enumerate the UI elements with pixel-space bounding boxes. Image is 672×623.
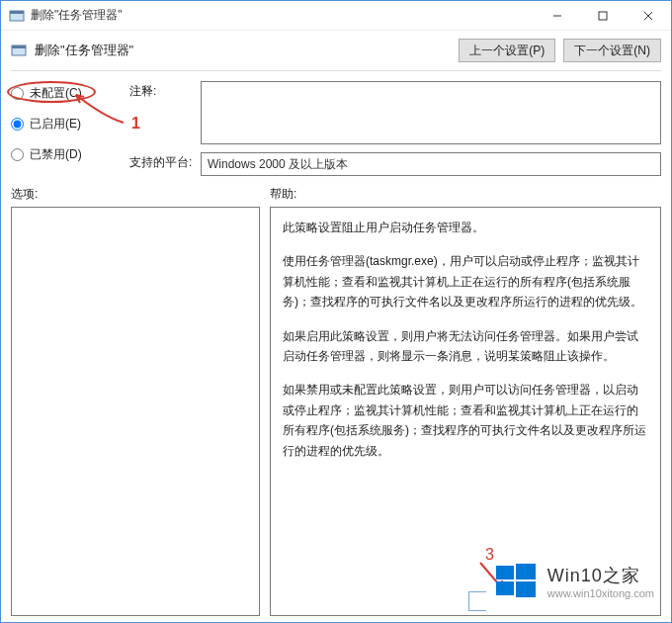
app-icon (9, 8, 25, 24)
help-column: 帮助: 此策略设置阻止用户启动任务管理器。 使用任务管理器(taskmgr.ex… (270, 186, 661, 616)
options-column: 选项: (11, 186, 260, 616)
next-setting-button[interactable]: 下一个设置(N) (563, 39, 661, 62)
radio-not-configured-input[interactable] (11, 87, 24, 100)
header-row: 删除"任务管理器" 上一个设置(P) 下一个设置(N) (1, 31, 671, 70)
platform-label: 支持的平台: (129, 152, 193, 176)
options-label: 选项: (11, 186, 260, 203)
radio-label: 未配置(C) (30, 85, 82, 102)
watermark-url: www.win10xitong.com (547, 587, 654, 599)
comment-textarea[interactable] (201, 81, 661, 144)
policy-title: 删除"任务管理器" (35, 42, 451, 59)
radio-disabled-input[interactable] (11, 148, 24, 161)
comment-row: 注释: (129, 81, 661, 144)
svg-rect-9 (516, 564, 536, 579)
help-paragraph: 此策略设置阻止用户启动任务管理器。 (283, 218, 648, 237)
svg-rect-1 (10, 11, 24, 14)
svg-rect-7 (12, 45, 26, 48)
radio-disabled[interactable]: 已禁用(D) (11, 146, 120, 163)
ok-button-fragment[interactable] (468, 591, 486, 611)
help-paragraph: 如果禁用或未配置此策略设置，则用户可以访问任务管理器，以启动或停止程序；监视其计… (283, 380, 648, 461)
svg-rect-3 (599, 12, 607, 20)
window-controls (535, 1, 671, 31)
radio-label: 已启用(E) (30, 116, 81, 133)
divider (11, 70, 661, 71)
watermark-brand: Win10之家 (547, 564, 654, 587)
titlebar: 删除"任务管理器" (1, 1, 671, 31)
minimize-button[interactable] (535, 1, 580, 31)
policy-icon (11, 43, 27, 58)
lower-area: 选项: 帮助: 此策略设置阻止用户启动任务管理器。 使用任务管理器(taskmg… (1, 180, 671, 622)
platform-row: 支持的平台: Windows 2000 及以上版本 (129, 152, 661, 176)
help-text-box: 此策略设置阻止用户启动任务管理器。 使用任务管理器(taskmgr.exe)，用… (270, 207, 661, 616)
help-paragraph: 使用任务管理器(taskmgr.exe)，用户可以启动或停止程序；监视其计算机性… (283, 251, 648, 312)
help-label: 帮助: (270, 186, 661, 203)
comment-label: 注释: (129, 81, 193, 144)
radio-not-configured[interactable]: 未配置(C) (11, 85, 120, 102)
help-paragraph: 如果启用此策略设置，则用户将无法访问任务管理器。如果用户尝试启动任务管理器，则将… (283, 326, 648, 367)
watermark-text: Win10之家 www.win10xitong.com (547, 564, 654, 599)
fields-column: 注释: 支持的平台: Windows 2000 及以上版本 (129, 81, 661, 176)
watermark: Win10之家 www.win10xitong.com (494, 560, 654, 603)
radio-enabled-input[interactable] (11, 118, 24, 131)
dialog-window: 删除"任务管理器" 删除"任务管理器" 上一个设置(P) 下一个设置(N) 未配… (0, 0, 672, 623)
svg-rect-11 (516, 581, 536, 597)
close-button[interactable] (626, 1, 671, 31)
window-title: 删除"任务管理器" (31, 7, 535, 24)
maximize-button[interactable] (580, 1, 626, 31)
config-area: 未配置(C) 已启用(E) 已禁用(D) 1 注释: 支持的平台: (1, 75, 671, 180)
annotation-number-1: 1 (131, 115, 140, 133)
windows-logo-icon (494, 560, 538, 603)
radio-enabled[interactable]: 已启用(E) (11, 116, 120, 133)
radio-label: 已禁用(D) (30, 146, 82, 163)
options-box (11, 207, 260, 616)
svg-rect-8 (496, 566, 514, 579)
previous-setting-button[interactable]: 上一个设置(P) (459, 39, 555, 62)
platform-value: Windows 2000 及以上版本 (201, 152, 661, 176)
svg-rect-10 (496, 581, 514, 595)
radio-group: 未配置(C) 已启用(E) 已禁用(D) 1 (11, 81, 120, 176)
